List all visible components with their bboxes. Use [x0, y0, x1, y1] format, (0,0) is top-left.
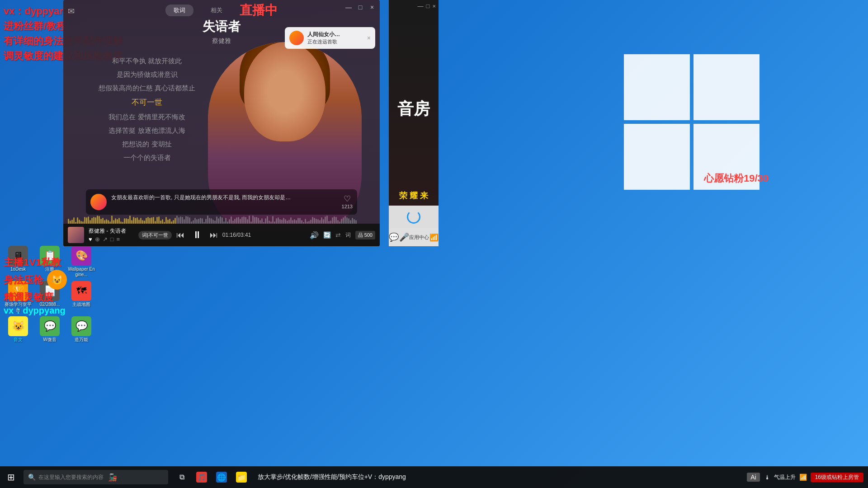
icon-wechat3-label: 造万能: [75, 337, 88, 343]
live-promo-1: 主播1V1私教: [4, 255, 67, 270]
live-avatar-1: 😺: [47, 270, 67, 290]
weather-icon: 🌡: [764, 474, 770, 481]
rp-bottom: [389, 206, 439, 228]
live-promo-3: 精调灵敏度: [4, 290, 53, 305]
close-button[interactable]: ×: [368, 4, 376, 11]
taskbar-train-icon: 🚂: [108, 473, 117, 482]
rp-chat-icon[interactable]: 💬: [389, 232, 399, 242]
prev-button[interactable]: ⏮: [176, 230, 184, 240]
icon-wechat1[interactable]: 😺 音文: [5, 316, 32, 343]
add-icon[interactable]: ⊕: [95, 236, 100, 243]
rp-maximize[interactable]: □: [426, 3, 430, 9]
notification-popup: 人间仙女小… 正在连远首歌 ×: [285, 27, 375, 49]
wifi-icon[interactable]: 📶: [799, 474, 807, 481]
time-display: 01:16/03:41: [222, 232, 251, 238]
live-bar: 歌词 相关 直播中: [160, 0, 283, 21]
comment-like-area: ♡ 1213: [342, 194, 353, 209]
track-info: 蔡健雅 - 失语者 ♥ ⊕ ↗ □ ≡: [89, 227, 134, 243]
icon-map-img: 🗺: [71, 281, 91, 301]
lyrics-button[interactable]: 词: [345, 231, 351, 239]
start-icon: ⊞: [7, 472, 15, 483]
notif-name: 人间仙女小…: [307, 31, 363, 38]
icon-map-label: 主战地图: [72, 302, 90, 307]
icon-wallpaper[interactable]: 🎨 Wallpaper Engine...: [68, 246, 95, 277]
favorite-icon[interactable]: ♥: [89, 236, 92, 243]
icon-map[interactable]: 🗺 主战地图: [68, 281, 95, 313]
icon-wechat1-img: 😺: [8, 316, 28, 336]
ai-button[interactable]: Ai: [747, 473, 760, 482]
app3-icon: 📁: [236, 472, 247, 483]
icon-wechat2-img: 💬: [40, 316, 60, 336]
share-icon[interactable]: ↗: [103, 236, 108, 243]
comment-avatar: [90, 194, 107, 210]
icon-wallpaper-label: Wallpaper Engine...: [68, 267, 95, 277]
lyric-0: 和平不争执 就放开彼此: [72, 54, 222, 68]
start-button[interactable]: ⊞: [0, 466, 22, 488]
progress-area[interactable]: [63, 215, 380, 224]
mail-icon[interactable]: ✉: [68, 6, 75, 16]
more-icon[interactable]: ≡: [117, 236, 120, 243]
window-controls: — □ ×: [344, 4, 376, 11]
rp-close[interactable]: ×: [432, 3, 436, 9]
rp-minimize[interactable]: —: [418, 3, 424, 9]
lyric-4: 我们总在 爱情里死不悔改: [72, 110, 222, 124]
icon-wechat1-label: 音文: [14, 337, 23, 343]
playlist-icon[interactable]: □: [110, 236, 114, 243]
live-promo-2: 身法压枪: [4, 272, 43, 287]
next-button[interactable]: ⏭: [210, 230, 218, 240]
shuffle-icon[interactable]: ⇄: [335, 231, 341, 239]
search-placeholder: 在这里输入您要搜索的内容: [38, 474, 104, 481]
lyric-7: 一个个的失语者: [72, 151, 222, 164]
heart-icon[interactable]: ♡: [344, 194, 351, 204]
controls-bar: 蔡健雅 - 失语者 ♥ ⊕ ↗ □ ≡ 词|不可一世 ⏮ ⏸ ⏭ 01:16/0…: [63, 224, 380, 246]
app2-icon: 🌐: [216, 472, 227, 483]
task-view-icon: ⧉: [176, 472, 187, 483]
music-player-window: ✉ 歌词 相关 直播中 — □ × 失语者 蔡健雅 和平不争执 就放开彼此 是因…: [63, 0, 380, 246]
honor-text: 荣 耀 来: [389, 190, 439, 201]
rp-signal-icon[interactable]: 📶: [429, 233, 439, 242]
room-text: 音房: [397, 98, 430, 120]
track-control-icons: ♥ ⊕ ↗ □ ≡: [89, 236, 134, 243]
taskbar: ⊞ 🔍 在这里输入您要搜索的内容 🚂 ⧉ 🎵 🌐 📁 放大掌步/优化帧数/增强性…: [0, 466, 868, 488]
rp-spinner: [407, 210, 420, 224]
app1-icon: 🎵: [196, 472, 207, 483]
right-panel-content: 音房 荣 耀 来: [389, 12, 439, 206]
right-panel-controls: — □ ×: [389, 0, 439, 12]
icon-wechat2-label: W微音: [43, 337, 56, 343]
lyric-5: 选择苦挺 放逐他漂流人海: [72, 124, 222, 137]
taskbar-marquee: 放大掌步/优化帧数/增强性能/预约车位+V：dyppyang: [253, 473, 747, 481]
notif-close-button[interactable]: ×: [367, 34, 371, 42]
live-promo-area: 主播1V1私教 身法压枪 😺 精调灵敏度 vx：dyppyang: [0, 253, 71, 319]
icon-wechat3[interactable]: 💬 造万能: [68, 316, 95, 343]
icon-row-3: 😺 音文 💬 W微音 💬 造万能: [0, 314, 99, 344]
right-panel: — □ × 音房 荣 耀 来 💬 🎤 应用中心 📶: [389, 0, 439, 246]
quality-badge[interactable]: 品 500: [355, 231, 375, 239]
maximize-button[interactable]: □: [356, 4, 364, 11]
taskbar-search[interactable]: 🔍 在这里输入您要搜索的内容 🚂: [24, 470, 168, 484]
track-name: 蔡健雅 - 失语者: [89, 227, 134, 235]
rp-mic-icon[interactable]: 🎤: [399, 232, 409, 242]
search-icon: 🔍: [28, 474, 36, 481]
notification-badge[interactable]: 16级或钻粉上房管: [811, 473, 863, 482]
icon-wechat3-img: 💬: [71, 316, 91, 336]
notif-avatar: [289, 31, 304, 45]
lyric-1: 是因为骄做或潜意识: [72, 68, 222, 81]
volume-icon[interactable]: 🔊: [310, 231, 319, 239]
heart-wish-text: 心愿钻粉19/30: [704, 172, 769, 185]
live-promo-4: vx：dyppyang: [4, 305, 66, 317]
taskbar-app3[interactable]: 📁: [232, 468, 250, 486]
waveform[interactable]: [68, 215, 375, 224]
icon-wechat2[interactable]: 💬 W微音: [36, 316, 63, 343]
rp-apps-label[interactable]: 应用中心: [409, 234, 429, 241]
taskbar-app1[interactable]: 🎵: [193, 468, 211, 486]
comment-text: 女朋友最喜欢听的一首歌, 只是她现在的男朋友不是我, 而我的女朋友却是…: [111, 194, 337, 202]
tab-related[interactable]: 相关: [203, 5, 231, 16]
total-time: 03:41: [237, 232, 251, 238]
tab-lyrics[interactable]: 歌词: [165, 5, 193, 16]
minimize-button[interactable]: —: [344, 4, 353, 11]
lyric-2: 想假装高尚的仁慈 真心话都禁止: [72, 81, 222, 95]
taskbar-app2[interactable]: 🌐: [212, 468, 231, 486]
taskbar-task-view[interactable]: ⧉: [173, 468, 191, 486]
loop-icon[interactable]: 🔄: [323, 231, 331, 239]
pause-button[interactable]: ⏸: [190, 228, 204, 242]
